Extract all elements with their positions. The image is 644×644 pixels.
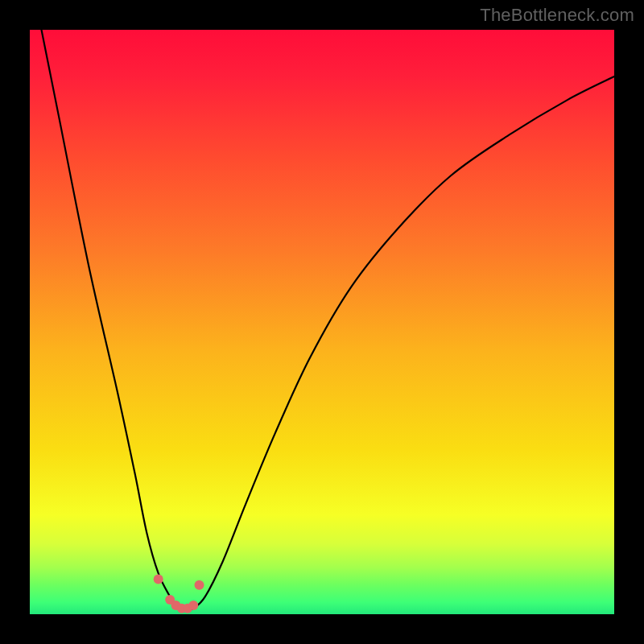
curve-svg — [30, 30, 614, 614]
bottleneck-curve — [42, 30, 615, 609]
watermark-text: TheBottleneck.com — [480, 5, 634, 26]
plot-area — [30, 30, 614, 614]
marker-point — [188, 601, 198, 610]
highlight-markers — [154, 574, 204, 613]
marker-point — [195, 580, 204, 590]
chart-frame: TheBottleneck.com — [0, 0, 644, 644]
marker-point — [154, 574, 163, 584]
